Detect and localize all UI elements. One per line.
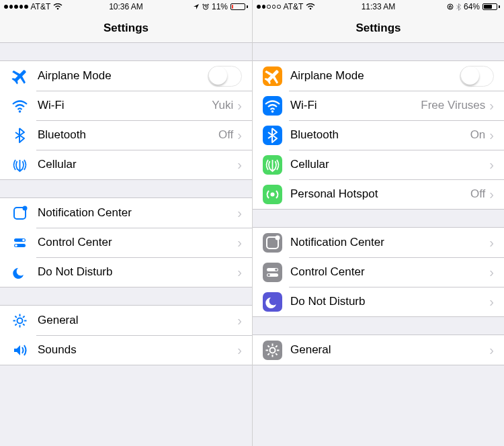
- row-label: Control Center: [38, 236, 237, 249]
- toggle-switch[interactable]: [460, 66, 494, 87]
- row-detail: Yuki: [212, 99, 233, 112]
- svg-line-4: [202, 4, 204, 5]
- settings-row-hotspot[interactable]: Personal HotspotOff›: [253, 179, 504, 209]
- sounds-icon: [10, 341, 30, 360]
- row-detail: Off: [218, 128, 233, 142]
- page-title: Settings: [103, 21, 149, 35]
- chevron-right-icon: ›: [489, 236, 494, 249]
- settings-row-dnd[interactable]: Do Not Disturb›: [0, 257, 252, 287]
- general-icon: [263, 341, 282, 360]
- hotspot-icon: [263, 185, 282, 204]
- svg-point-8: [23, 206, 28, 210]
- control-icon: [10, 233, 30, 253]
- settings-list[interactable]: Airplane ModeWi-FiFree Viruses›Bluetooth…: [253, 43, 504, 365]
- settings-group: Airplane ModeWi-FiFree Viruses›Bluetooth…: [253, 60, 504, 210]
- svg-point-23: [448, 4, 453, 9]
- row-label: Wi-Fi: [290, 99, 421, 112]
- row-detail: Free Viruses: [421, 99, 485, 112]
- row-label: Bluetooth: [38, 128, 218, 142]
- row-label: Airplane Mode: [290, 69, 460, 83]
- svg-line-15: [23, 316, 24, 317]
- general-icon: [10, 311, 30, 330]
- notif-icon: [263, 233, 282, 253]
- page-title: Settings: [355, 21, 401, 35]
- control-icon: [263, 263, 282, 282]
- chevron-right-icon: ›: [237, 206, 242, 220]
- chevron-right-icon: ›: [237, 343, 242, 357]
- settings-row-wifi[interactable]: Wi-FiYuki›: [0, 91, 252, 120]
- nav-bar: Settings: [253, 13, 504, 43]
- signal-dots-icon: [257, 5, 281, 9]
- chevron-right-icon: ›: [237, 314, 242, 327]
- status-bar: AT&T11:33 AM64%: [253, 0, 504, 13]
- row-label: General: [38, 314, 237, 327]
- svg-point-22: [310, 8, 312, 10]
- chevron-right-icon: ›: [237, 158, 242, 171]
- cellular-icon: [10, 155, 30, 175]
- chevron-right-icon: ›: [489, 128, 494, 142]
- row-label: Do Not Disturb: [38, 265, 237, 279]
- row-label: General: [290, 343, 489, 357]
- settings-row-bluetooth[interactable]: BluetoothOn›: [253, 120, 504, 150]
- battery-icon: [230, 3, 248, 10]
- bluetooth-icon: [263, 126, 282, 145]
- toggle-switch[interactable]: [208, 66, 242, 87]
- settings-group: General›: [253, 334, 504, 365]
- carrier-label: AT&T: [284, 2, 304, 11]
- settings-row-cellular[interactable]: Cellular›: [0, 150, 252, 179]
- settings-group: Notification Center›Control Center›Do No…: [253, 227, 504, 317]
- svg-line-19: [15, 324, 16, 325]
- cellular-icon: [263, 155, 282, 175]
- battery-pct: 11%: [212, 2, 228, 11]
- chevron-right-icon: ›: [489, 187, 494, 201]
- svg-point-33: [270, 347, 276, 353]
- settings-row-airplane[interactable]: Airplane Mode: [0, 61, 252, 91]
- row-label: Cellular: [38, 158, 237, 171]
- chevron-right-icon: ›: [489, 158, 494, 171]
- row-detail: Off: [470, 187, 485, 201]
- settings-group: Airplane ModeWi-FiYuki›BluetoothOff›Cell…: [0, 60, 252, 180]
- svg-line-35: [276, 345, 277, 347]
- svg-point-26: [271, 192, 275, 196]
- settings-row-wifi[interactable]: Wi-FiFree Viruses›: [253, 91, 504, 120]
- settings-list[interactable]: Airplane ModeWi-FiYuki›BluetoothOff›Cell…: [0, 43, 252, 365]
- settings-group: General›Sounds›: [0, 305, 252, 365]
- row-label: Control Center: [290, 265, 489, 279]
- dnd-icon: [10, 263, 30, 282]
- chevron-right-icon: ›: [237, 265, 242, 279]
- settings-row-dnd[interactable]: Do Not Disturb›: [253, 287, 504, 316]
- row-label: Personal Hotspot: [290, 187, 470, 201]
- settings-row-bluetooth[interactable]: BluetoothOff›: [0, 120, 252, 150]
- settings-row-notif[interactable]: Notification Center›: [0, 198, 252, 228]
- row-label: Sounds: [38, 343, 237, 357]
- settings-row-general[interactable]: General›: [253, 335, 504, 365]
- svg-point-6: [19, 110, 22, 113]
- row-label: Cellular: [290, 158, 489, 171]
- chevron-right-icon: ›: [237, 99, 242, 112]
- bluetooth-icon: [10, 126, 30, 145]
- chevron-right-icon: ›: [489, 265, 494, 279]
- settings-row-general[interactable]: General›: [0, 306, 252, 335]
- battery-pct: 64%: [464, 2, 480, 11]
- settings-row-airplane[interactable]: Airplane Mode: [253, 61, 504, 91]
- battery-icon: [482, 3, 500, 10]
- svg-point-0: [57, 8, 59, 10]
- wifi-icon: [263, 96, 282, 116]
- svg-rect-24: [449, 7, 451, 9]
- wifi-icon: [10, 96, 30, 116]
- chevron-right-icon: ›: [237, 128, 242, 142]
- notif-icon: [10, 204, 30, 223]
- airplane-icon: [263, 66, 282, 86]
- settings-row-notif[interactable]: Notification Center›: [253, 228, 504, 257]
- settings-row-cellular[interactable]: Cellular›: [253, 150, 504, 179]
- row-label: Bluetooth: [290, 128, 470, 142]
- svg-point-10: [22, 238, 25, 241]
- svg-line-39: [267, 353, 269, 355]
- dnd-icon: [263, 292, 282, 312]
- svg-line-17: [23, 324, 24, 325]
- settings-row-sounds[interactable]: Sounds›: [0, 335, 252, 365]
- settings-group: Notification Center›Control Center›Do No…: [0, 197, 252, 287]
- wifi-status-icon: [53, 3, 62, 10]
- settings-row-control[interactable]: Control Center›: [253, 257, 504, 287]
- settings-row-control[interactable]: Control Center›: [0, 228, 252, 257]
